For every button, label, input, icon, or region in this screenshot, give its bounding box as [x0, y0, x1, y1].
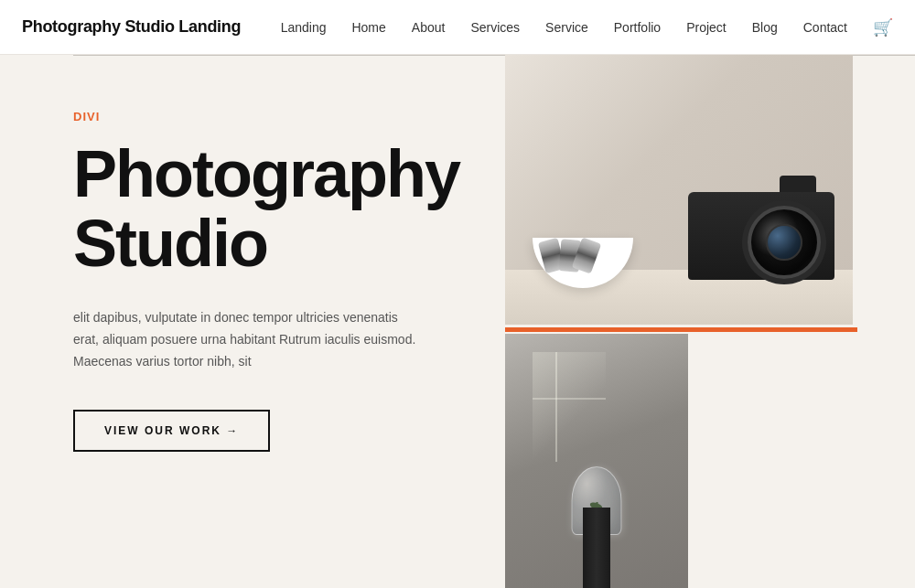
- hero-description: elit dapibus, vulputate in donec tempor …: [73, 307, 421, 372]
- nav-link-landing[interactable]: Landing: [281, 20, 327, 35]
- site-logo: Photography Studio Landing: [22, 17, 241, 37]
- hero-title-line2: Studio: [73, 207, 267, 280]
- camera-lens-inner: [766, 224, 802, 261]
- camera-scene: [505, 55, 853, 325]
- camera-top-bump: [780, 176, 816, 194]
- minimalist-scene: [505, 334, 688, 588]
- divi-label: DIVI: [73, 110, 459, 123]
- nav-link-project[interactable]: Project: [686, 20, 727, 35]
- hero-content: DIVI Photography Studio elit dapibus, vu…: [0, 73, 505, 588]
- nav-links: Landing Home About Services Service Port…: [281, 17, 893, 37]
- nav-link-about[interactable]: About: [412, 20, 446, 35]
- window-light: [533, 352, 606, 462]
- minimalist-image: [505, 334, 688, 588]
- pedestal: [583, 508, 610, 588]
- navbar: Photography Studio Landing Landing Home …: [0, 0, 915, 55]
- hero-images: [505, 73, 915, 588]
- cart-icon[interactable]: 🛒: [873, 18, 893, 37]
- camera-lens: [748, 206, 821, 279]
- nav-link-portfolio[interactable]: Portfolio: [614, 20, 661, 35]
- nav-link-home[interactable]: Home: [351, 20, 385, 35]
- nav-link-blog[interactable]: Blog: [752, 20, 778, 35]
- hero-title: Photography Studio: [73, 140, 459, 278]
- nav-link-services[interactable]: Services: [470, 20, 520, 35]
- hero-title-line1: Photography: [73, 137, 459, 210]
- camera-image: [505, 55, 853, 325]
- nav-link-contact[interactable]: Contact: [803, 20, 847, 35]
- hero-section: DIVI Photography Studio elit dapibus, vu…: [0, 55, 915, 588]
- cta-button[interactable]: VIEW OUR WORK →: [73, 410, 270, 452]
- orange-divider: [505, 327, 857, 332]
- nav-link-service[interactable]: Service: [545, 20, 588, 35]
